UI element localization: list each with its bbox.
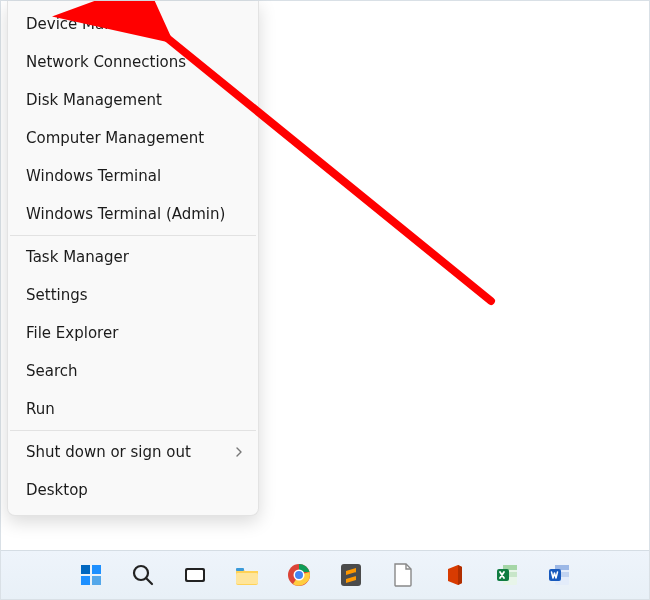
menu-item-shut-down-or-sign-out[interactable]: Shut down or sign out (8, 433, 258, 471)
menu-item-disk-management[interactable]: Disk Management (8, 81, 258, 119)
menu-item-label: Windows Terminal (26, 167, 161, 185)
menu-item-label: Settings (26, 286, 88, 304)
menu-item-network-connections[interactable]: Network Connections (8, 43, 258, 81)
winx-context-menu: Device Manager Network Connections Disk … (7, 1, 259, 516)
menu-item-label: Run (26, 400, 55, 418)
menu-item-device-manager[interactable]: Device Manager (8, 5, 258, 43)
menu-item-task-manager[interactable]: Task Manager (8, 238, 258, 276)
start-icon[interactable] (77, 561, 105, 589)
svg-line-6 (146, 578, 152, 584)
menu-item-settings[interactable]: Settings (8, 276, 258, 314)
menu-item-file-explorer[interactable]: File Explorer (8, 314, 258, 352)
svg-rect-4 (92, 576, 101, 585)
menu-separator (10, 235, 256, 236)
chrome-icon[interactable] (285, 561, 313, 589)
sublime-text-icon[interactable] (337, 561, 365, 589)
new-document-icon[interactable] (389, 561, 417, 589)
menu-item-search[interactable]: Search (8, 352, 258, 390)
menu-item-label: Network Connections (26, 53, 186, 71)
menu-item-label: Disk Management (26, 91, 162, 109)
menu-item-windows-terminal-admin[interactable]: Windows Terminal (Admin) (8, 195, 258, 233)
desktop-area: Device Manager Network Connections Disk … (0, 0, 650, 600)
menu-item-label: File Explorer (26, 324, 118, 342)
svg-point-13 (295, 571, 303, 579)
svg-rect-3 (81, 576, 90, 585)
menu-item-windows-terminal[interactable]: Windows Terminal (8, 157, 258, 195)
svg-rect-9 (236, 573, 258, 584)
menu-item-desktop[interactable]: Desktop (8, 471, 258, 509)
search-icon[interactable] (129, 561, 157, 589)
menu-item-label: Task Manager (26, 248, 129, 266)
menu-item-label: Search (26, 362, 78, 380)
menu-item-computer-management[interactable]: Computer Management (8, 119, 258, 157)
menu-item-label: Windows Terminal (Admin) (26, 205, 225, 223)
svg-rect-10 (236, 568, 244, 571)
menu-item-label: Device Manager (26, 15, 148, 33)
svg-rect-2 (92, 565, 101, 574)
chevron-right-icon (234, 447, 244, 457)
office-icon[interactable] (441, 561, 469, 589)
excel-icon[interactable] (493, 561, 521, 589)
menu-item-run[interactable]: Run (8, 390, 258, 428)
file-explorer-icon[interactable] (233, 561, 261, 589)
menu-item-label: Desktop (26, 481, 88, 499)
menu-item-label: Computer Management (26, 129, 204, 147)
menu-item-label: Shut down or sign out (26, 443, 191, 461)
svg-rect-8 (187, 570, 203, 580)
task-view-icon[interactable] (181, 561, 209, 589)
taskbar (1, 550, 649, 599)
menu-separator (10, 430, 256, 431)
svg-rect-1 (81, 565, 90, 574)
svg-rect-14 (341, 564, 361, 586)
word-icon[interactable] (545, 561, 573, 589)
